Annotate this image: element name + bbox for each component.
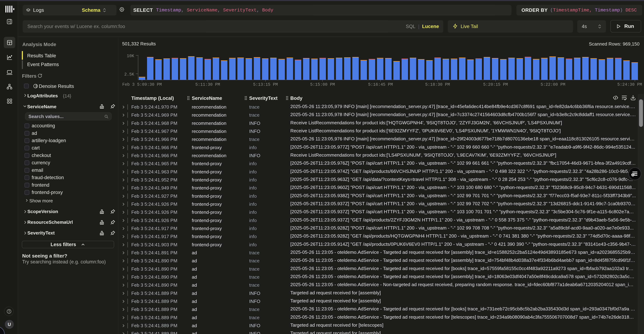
svg-text:5:24:30 PM: 5:24:30 PM [617,82,642,87]
svg-text:10K: 10K [127,54,134,58]
svg-text:5:15:00 PM: 5:15:00 PM [310,82,335,87]
svg-text:5:13:15 PM: 5:13:15 PM [253,82,278,87]
svg-text:Feb 3 5:09:30 PM: Feb 3 5:09:30 PM [122,82,162,87]
svg-text:5:20:15 PM: 5:20:15 PM [483,82,508,87]
svg-text:2.5K: 2.5K [124,72,134,77]
svg-text:5:16:45 PM: 5:16:45 PM [368,82,393,87]
svg-text:5:18:30 PM: 5:18:30 PM [425,82,450,87]
svg-text:5:22:00 PM: 5:22:00 PM [540,82,565,87]
svg-text:5:11:30 PM: 5:11:30 PM [195,82,220,87]
